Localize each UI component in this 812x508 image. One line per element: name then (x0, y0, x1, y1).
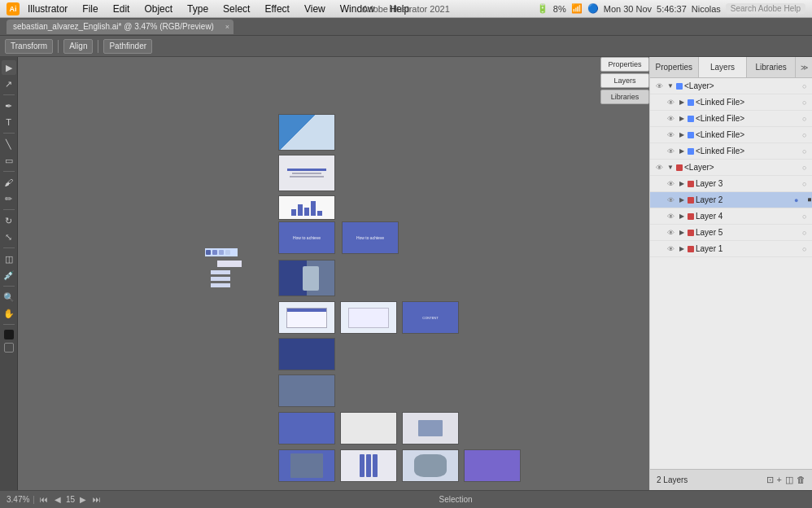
properties-sub-btn[interactable]: Properties (600, 57, 649, 72)
layer-visibility-1[interactable]: 👁 (653, 82, 665, 90)
slide-10a[interactable] (278, 449, 335, 482)
nav-next-button[interactable]: ▶ (78, 495, 88, 504)
rotate-tool[interactable]: ↻ (2, 213, 16, 228)
layer-expand-2[interactable]: ▶ (678, 196, 686, 204)
pathfinder-button[interactable]: Pathfinder (103, 39, 152, 54)
tab-libraries[interactable]: Libraries (747, 57, 796, 77)
type-tool[interactable]: T (2, 115, 16, 129)
layer-row-4[interactable]: 👁 ▶ Layer 4 ○ (650, 208, 812, 225)
slide-10d[interactable] (464, 449, 521, 482)
design-element-3[interactable] (211, 270, 230, 274)
layer-expand-4[interactable]: ▶ (678, 212, 686, 220)
nav-first-button[interactable]: ⏮ (38, 495, 50, 504)
slide-9b[interactable] (340, 412, 397, 444)
shape-tool[interactable]: ▭ (2, 153, 16, 168)
layer-circle-1[interactable]: ○ (802, 82, 812, 90)
layer-visibility-linked-3[interactable]: 👁 (665, 131, 676, 139)
layer-visibility-linked-1[interactable]: 👁 (665, 99, 676, 107)
layer-visibility-5[interactable]: 👁 (665, 229, 676, 237)
layer-expand-linked-1[interactable]: ▶ (678, 99, 686, 106)
slide-3[interactable] (278, 195, 335, 220)
tab-close-button[interactable]: × (225, 23, 229, 31)
scale-tool[interactable]: ⤡ (2, 230, 16, 244)
slide-2[interactable] (278, 155, 335, 191)
nav-prev-button[interactable]: ◀ (53, 495, 63, 504)
layer-circle-3[interactable]: ○ (802, 180, 812, 188)
direct-selection-tool[interactable]: ↗ (2, 77, 16, 91)
design-element-1[interactable] (205, 248, 238, 256)
layer-row-2[interactable]: 👁 ▶ Layer 2 ● ◾ (650, 192, 812, 208)
layer-visibility-main-2[interactable]: 👁 (653, 164, 665, 172)
layer-row-linked-2[interactable]: 👁 ▶ <Linked File> ○ (650, 111, 812, 127)
slide-6c[interactable]: CONTENT (402, 301, 459, 334)
layers-sub-btn[interactable]: Layers (600, 73, 649, 88)
slide-6b[interactable] (340, 301, 397, 334)
menu-effect[interactable]: Effect (261, 2, 292, 16)
tab-layers[interactable]: Layers (699, 57, 748, 77)
slide-9c[interactable] (402, 412, 459, 444)
slide-10c[interactable] (402, 449, 459, 482)
move-to-new-layer-icon[interactable]: ◫ (785, 475, 793, 485)
eyedropper-tool[interactable]: 💉 (2, 268, 16, 282)
layer-expand-linked-2[interactable]: ▶ (678, 115, 686, 122)
nav-last-button[interactable]: ⏭ (91, 495, 103, 504)
layer-circle-2[interactable]: ● (794, 196, 804, 204)
slide-7[interactable] (278, 338, 335, 370)
design-element-2[interactable] (217, 261, 242, 267)
layer-circle-4[interactable]: ○ (802, 212, 812, 221)
layer-visibility-linked-4[interactable]: 👁 (665, 147, 676, 155)
layer-circle-linked-1[interactable]: ○ (802, 99, 812, 107)
design-element-4[interactable] (211, 277, 230, 281)
zoom-tool[interactable]: 🔍 (2, 290, 16, 304)
layer-expand-3[interactable]: ▶ (678, 180, 686, 187)
layer-row-1[interactable]: 👁 ▶ Layer 1 ○ (650, 241, 812, 257)
layer-row-5[interactable]: 👁 ▶ Layer 5 ○ (650, 225, 812, 241)
create-new-layer-icon[interactable]: + (777, 475, 782, 485)
hand-tool[interactable]: ✋ (2, 306, 16, 321)
layer-circle-linked-2[interactable]: ○ (802, 115, 812, 123)
layer-circle-main-2[interactable]: ○ (802, 164, 812, 172)
pen-tool[interactable]: ✒ (2, 99, 16, 113)
layer-visibility-4[interactable]: 👁 (665, 212, 676, 221)
layer-expand-linked-3[interactable]: ▶ (678, 131, 686, 138)
document-tab[interactable]: sebastian_alvarez_English.ai* @ 3.47% (R… (7, 20, 234, 34)
slide-9a[interactable] (278, 412, 335, 444)
layer-circle-linked-4[interactable]: ○ (802, 147, 812, 155)
selection-tool[interactable]: ▶ (2, 60, 16, 75)
layer-row-main-2[interactable]: 👁 ▼ <Layer> ○ (650, 160, 812, 176)
layer-row-linked-3[interactable]: 👁 ▶ <Linked File> ○ (650, 127, 812, 143)
gradient-tool[interactable]: ◫ (2, 252, 16, 266)
layer-circle-5[interactable]: ○ (802, 229, 812, 237)
layer-expand-layer1[interactable]: ▶ (678, 245, 686, 252)
slide-8[interactable] (278, 374, 335, 407)
new-sublayer-icon[interactable]: ⊡ (766, 475, 774, 485)
layer-visibility-3[interactable]: 👁 (665, 180, 676, 188)
layer-row-main-1[interactable]: 👁 ▼ <Layer> ○ (650, 78, 812, 94)
menu-edit[interactable]: Edit (110, 2, 133, 16)
slide-5[interactable] (278, 260, 335, 296)
layer-visibility-layer1[interactable]: 👁 (665, 245, 676, 253)
layer-row-linked-4[interactable]: 👁 ▶ <Linked File> ○ (650, 143, 812, 160)
panel-toggle-button[interactable]: ≫ (796, 57, 812, 77)
menu-select[interactable]: Select (220, 2, 253, 16)
layer-circle-layer1[interactable]: ○ (802, 245, 812, 253)
slide-10b[interactable] (340, 449, 397, 482)
design-element-5[interactable] (211, 283, 230, 287)
layer-expand-linked-4[interactable]: ▶ (678, 147, 686, 155)
slide-4a[interactable]: How to achieve (278, 221, 335, 254)
slide-4b[interactable]: How to achieve (342, 221, 399, 254)
layer-expand-5[interactable]: ▶ (678, 229, 686, 236)
transform-button[interactable]: Transform (5, 39, 53, 54)
canvas-area[interactable]: How to achieve How to achieve (18, 57, 649, 490)
libraries-sub-btn[interactable]: Libraries (600, 90, 649, 104)
menu-type[interactable]: Type (184, 2, 212, 16)
slide-1[interactable] (278, 114, 335, 151)
layer-row-linked-1[interactable]: 👁 ▶ <Linked File> ○ (650, 94, 812, 111)
fill-color-swatch[interactable] (4, 330, 14, 339)
layer-visibility-linked-2[interactable]: 👁 (665, 115, 676, 123)
stroke-color-swatch[interactable] (4, 343, 14, 353)
menu-object[interactable]: Object (141, 2, 176, 16)
line-tool[interactable]: ╲ (2, 137, 16, 151)
menu-items[interactable]: Illustrator File Edit Object Type Select… (24, 2, 413, 16)
layer-circle-linked-3[interactable]: ○ (802, 131, 812, 139)
